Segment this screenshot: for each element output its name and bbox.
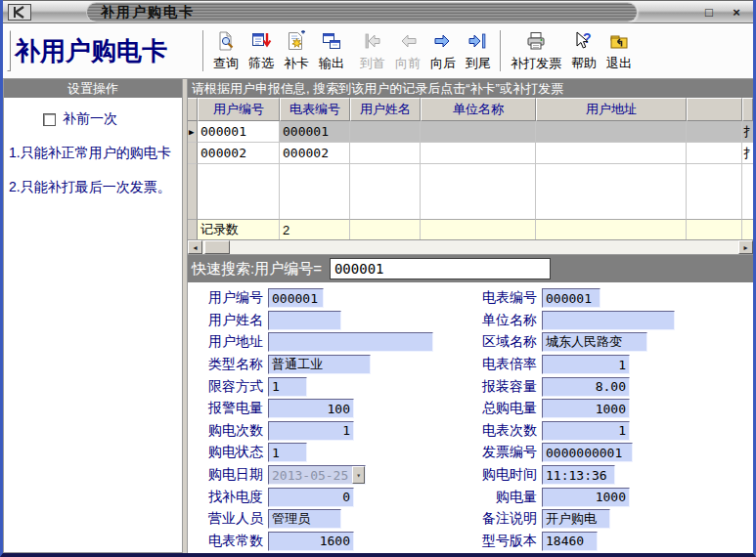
window-title: 补用户购电卡 (101, 4, 195, 21)
cell-user-name[interactable] (350, 121, 421, 143)
col-user-name[interactable]: 用户姓名 (350, 98, 421, 121)
field-model-version[interactable]: 18460 (542, 532, 598, 551)
field-meter-constant[interactable]: 1600 (268, 532, 354, 551)
scroll-right-button[interactable]: ▸ (738, 240, 753, 254)
field-limit-mode[interactable]: 1 (268, 377, 307, 397)
card-star-icon (286, 30, 307, 55)
forms-output-icon (321, 30, 342, 55)
scrollbar-thumb[interactable] (204, 240, 230, 254)
col-user-address[interactable]: 用户地址 (536, 98, 687, 121)
field-type-name[interactable]: 普通工业 (268, 355, 371, 374)
field-meter-id[interactable]: 000001 (542, 288, 600, 308)
exit-folder-icon (608, 30, 630, 55)
filter-button[interactable]: 筛选 (244, 29, 279, 73)
cell-meter-id[interactable]: 000002 (280, 143, 350, 164)
cell-clipped[interactable]: 扌 (742, 143, 753, 164)
cell-user-name[interactable] (350, 143, 421, 164)
help-cursor-icon: ? (573, 30, 595, 55)
goto-first-button[interactable]: 到首 (355, 29, 390, 73)
field-purchase-count[interactable]: 1 (268, 421, 354, 441)
detail-form: 用户编号 000001 用户姓名 用户地址 类型名称 普通工业 限容方式 1 报… (188, 282, 753, 553)
search-doc-icon (215, 30, 237, 55)
row-indicator-cell (188, 143, 198, 164)
field-area-name[interactable]: 城东人民路变 (542, 332, 647, 352)
field-user-name[interactable] (268, 311, 341, 330)
replace-previous-checkbox-row[interactable]: 补前一次 (43, 110, 182, 128)
maximize-button[interactable]: □ (700, 3, 718, 21)
field-adjust-energy[interactable]: 0 (268, 488, 354, 507)
field-meter-count[interactable]: 1 (542, 421, 630, 441)
field-user-address[interactable] (268, 332, 433, 352)
instruction-bar: 请根据用户申报信息, 搜索到该用户的记录后点击“补卡”或补打发票 (188, 79, 753, 98)
col-extra (687, 98, 742, 121)
query-button[interactable]: 查询 (208, 29, 244, 73)
cell-meter-id[interactable]: 000001 (280, 121, 350, 143)
table-footer-row: 记录数 2 (188, 219, 753, 240)
close-button[interactable]: × (728, 3, 745, 21)
app-window: 补用户购电卡 □ × 补用户购电卡 查询 (0, 0, 756, 557)
reissue-card-button[interactable]: 补卡 (279, 29, 314, 73)
right-arrow-icon (432, 30, 454, 55)
left-arrow-icon (397, 30, 419, 55)
cell-user-id[interactable]: 000002 (198, 143, 280, 164)
help-button[interactable]: ? 帮助 (566, 29, 601, 73)
first-arrow-icon (362, 30, 383, 55)
cell-clipped[interactable]: 扌 (742, 121, 753, 143)
field-purchase-time[interactable]: 11:13:36 (542, 465, 615, 485)
cell-unit-name[interactable] (421, 121, 536, 143)
field-total-energy[interactable]: 1000 (542, 399, 630, 418)
printer-icon (525, 30, 547, 55)
chevron-down-icon[interactable]: ▾ (352, 466, 365, 484)
toolbar-separator (500, 30, 502, 71)
exit-button[interactable]: 退出 (601, 29, 637, 73)
col-user-id[interactable]: 用户编号 (198, 98, 280, 121)
current-row-arrow-icon: ▶ (189, 127, 194, 137)
row-indicator-cell: ▶ (188, 121, 198, 143)
checkbox-icon[interactable] (43, 113, 56, 126)
field-invoice-number[interactable]: 0000000001 (542, 443, 633, 462)
col-meter-id[interactable]: 电表编号 (280, 98, 350, 121)
output-button[interactable]: 输出 (314, 29, 349, 73)
cell-user-id[interactable]: 000001 (198, 121, 280, 143)
cell-unit-name[interactable] (421, 143, 536, 164)
quick-search-input[interactable] (330, 258, 551, 279)
page-title: 补用户购电卡 (15, 34, 199, 68)
cell-extra[interactable] (687, 121, 742, 143)
col-unit-name[interactable]: 单位名称 (421, 98, 536, 121)
field-purchase-date[interactable]: 2013-05-25 ▾ (268, 465, 366, 485)
toolbar-gripper (7, 30, 11, 71)
cell-user-address[interactable] (536, 143, 687, 164)
toolbar: 补用户购电卡 查询 (3, 23, 753, 79)
field-unit-name[interactable] (542, 311, 675, 330)
field-alarm-energy[interactable]: 100 (268, 399, 354, 418)
field-purchase-energy[interactable]: 1000 (542, 488, 630, 507)
scroll-left-button[interactable]: ◂ (188, 240, 202, 254)
field-remark[interactable]: 开户购电 (542, 509, 610, 529)
sidebar-note-2: 2.只能补打最后一次发票。 (9, 179, 178, 196)
title-bar: 补用户购电卡 □ × (3, 0, 753, 23)
field-purchase-status[interactable]: 1 (268, 443, 307, 462)
record-count-label: 记录数 (198, 219, 280, 240)
checkbox-label: 补前一次 (63, 110, 117, 128)
next-button[interactable]: 向后 (425, 29, 461, 73)
horizontal-scrollbar[interactable]: ◂ ▸ (188, 240, 753, 255)
field-user-id[interactable]: 000001 (268, 288, 324, 308)
content-panel: 请根据用户申报信息, 搜索到该用户的记录后点击“补卡”或补打发票 用户编号 电表… (187, 79, 753, 553)
field-meter-ratio[interactable]: 1 (542, 355, 630, 374)
goto-last-button[interactable]: 到尾 (461, 29, 496, 73)
quick-search-bar: 快速搜索:用户编号= (188, 255, 753, 282)
sidebar: 设置操作 补前一次 1.只能补正常用户的购电卡 2.只能补打最后一次发票。 (3, 79, 183, 553)
col-clipped (742, 98, 753, 121)
user-table: 用户编号 电表编号 用户姓名 单位名称 用户地址 ▶ 000001 000001 (188, 98, 753, 240)
cell-user-address[interactable] (536, 121, 687, 143)
app-logo-icon (8, 4, 31, 21)
field-installed-capacity[interactable]: 8.00 (542, 377, 630, 397)
previous-button[interactable]: 向前 (390, 29, 425, 73)
table-empty-area (188, 164, 753, 219)
cell-extra[interactable] (687, 143, 742, 164)
field-operator[interactable]: 管理员 (268, 509, 341, 529)
reprint-invoice-button[interactable]: 补打发票 (506, 29, 566, 73)
calendar-filter-icon (250, 30, 272, 55)
table-row[interactable]: ▶ 000001 000001 扌 (188, 121, 753, 143)
table-row[interactable]: 000002 000002 扌 (188, 143, 753, 164)
